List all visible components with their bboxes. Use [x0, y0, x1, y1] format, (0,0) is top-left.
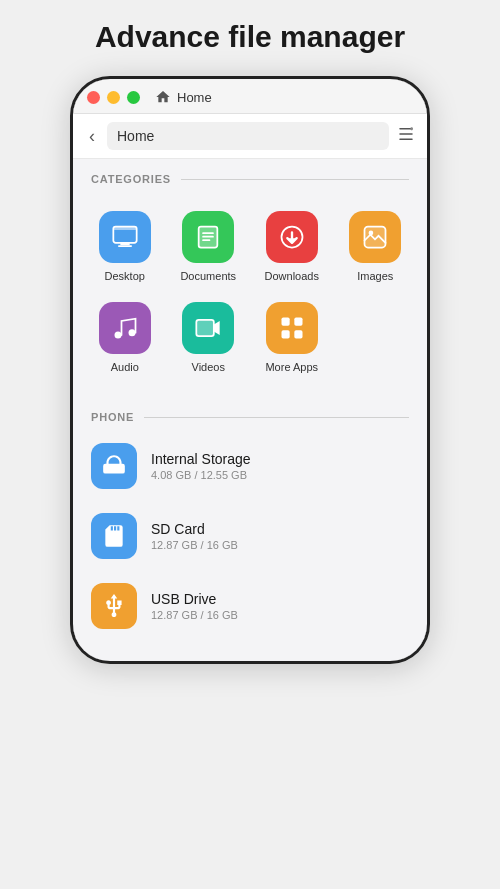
internal-storage-info: Internal Storage 4.08 GB / 12.55 GB [151, 451, 251, 481]
desktop-icon [99, 211, 151, 263]
documents-icon [182, 211, 234, 263]
categories-section-label: CATEGORIES [73, 159, 427, 193]
category-images[interactable]: Images [334, 201, 418, 292]
svg-rect-11 [202, 236, 214, 238]
sd-card-icon [91, 513, 137, 559]
images-icon [349, 211, 401, 263]
back-button[interactable]: ‹ [85, 124, 99, 149]
svg-rect-19 [197, 320, 215, 336]
phone-frame: Home ‹ CATEGORIES [70, 76, 430, 664]
traffic-light-yellow[interactable] [107, 91, 120, 104]
category-audio-label: Audio [111, 361, 139, 373]
home-icon [155, 89, 171, 105]
phone-section-label: PHONE [73, 397, 427, 431]
nav-bar: ‹ [73, 114, 427, 159]
category-downloads[interactable]: Downloads [250, 201, 334, 292]
svg-rect-1 [399, 133, 413, 135]
svg-rect-23 [281, 330, 289, 338]
list-view-icon[interactable] [397, 125, 415, 148]
storage-item-sd[interactable]: SD Card 12.87 GB / 16 GB [87, 501, 413, 571]
svg-point-17 [114, 332, 121, 339]
window-title-label: Home [177, 90, 212, 105]
traffic-light-green[interactable] [127, 91, 140, 104]
category-desktop-label: Desktop [105, 270, 145, 282]
svg-rect-3 [411, 127, 413, 130]
category-downloads-label: Downloads [265, 270, 319, 282]
usb-drive-name: USB Drive [151, 591, 238, 607]
storage-item-usb[interactable]: USB Drive 12.87 GB / 16 GB [87, 571, 413, 641]
sd-card-name: SD Card [151, 521, 238, 537]
category-videos-label: Videos [192, 361, 225, 373]
svg-rect-24 [294, 330, 302, 338]
internal-storage-size: 4.08 GB / 12.55 GB [151, 469, 251, 481]
storage-item-internal[interactable]: Internal Storage 4.08 GB / 12.55 GB [87, 431, 413, 501]
usb-drive-info: USB Drive 12.87 GB / 16 GB [151, 591, 238, 621]
category-videos[interactable]: Videos [167, 292, 251, 383]
svg-point-18 [128, 329, 135, 336]
internal-storage-icon [91, 443, 137, 489]
svg-rect-2 [399, 138, 413, 140]
svg-rect-21 [281, 318, 289, 326]
audio-icon [99, 302, 151, 354]
categories-grid: Desktop Documents [73, 193, 427, 397]
svg-rect-10 [202, 232, 214, 234]
svg-rect-22 [294, 318, 302, 326]
svg-rect-6 [120, 243, 129, 245]
page-title: Advance file manager [95, 20, 405, 54]
svg-rect-5 [113, 227, 136, 231]
videos-icon [182, 302, 234, 354]
app-content: ‹ CATEGORIES [73, 114, 427, 661]
more-apps-icon [266, 302, 318, 354]
category-images-label: Images [357, 270, 393, 282]
usb-drive-icon [91, 583, 137, 629]
storage-section: Internal Storage 4.08 GB / 12.55 GB SD C… [73, 431, 427, 661]
window-title-bar: Home [155, 89, 212, 105]
internal-storage-name: Internal Storage [151, 451, 251, 467]
downloads-icon [266, 211, 318, 263]
category-more-apps-label: More Apps [265, 361, 318, 373]
window-bar: Home [73, 79, 427, 114]
sd-card-size: 12.87 GB / 16 GB [151, 539, 238, 551]
svg-rect-12 [202, 239, 210, 241]
path-input[interactable] [107, 122, 389, 150]
sd-card-info: SD Card 12.87 GB / 16 GB [151, 521, 238, 551]
category-more-apps[interactable]: More Apps [250, 292, 334, 383]
usb-drive-size: 12.87 GB / 16 GB [151, 609, 238, 621]
category-desktop[interactable]: Desktop [83, 201, 167, 292]
category-documents-label: Documents [180, 270, 236, 282]
category-documents[interactable]: Documents [167, 201, 251, 292]
category-audio[interactable]: Audio [83, 292, 167, 383]
svg-rect-7 [118, 245, 132, 247]
traffic-light-red[interactable] [87, 91, 100, 104]
